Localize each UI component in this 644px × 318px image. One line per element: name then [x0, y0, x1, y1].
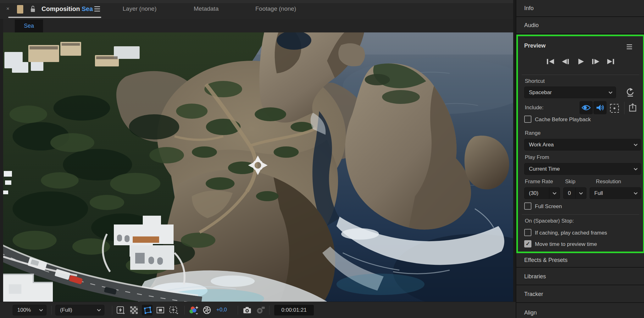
tab-composition-label: Composition [42, 5, 82, 12]
frame-rate-value: (30) [525, 190, 549, 196]
shortcut-label: Shortcut [525, 78, 545, 84]
resolution-dropdown[interactable]: (Full) [55, 305, 104, 315]
play-from-label: Play From [525, 154, 549, 161]
after-effects-window: × Composition Sea Layer (none) Metadata … [0, 0, 644, 318]
cache-before-playback-label: Cache Before Playback [535, 116, 591, 123]
chevron-down-icon [634, 144, 638, 146]
preview-panel-title: Preview [524, 43, 546, 49]
panel-header-label: Libraries [524, 273, 546, 280]
chevron-down-icon [552, 192, 557, 195]
resolution-value: (Full) [56, 307, 94, 313]
next-frame-button[interactable] [591, 58, 600, 65]
comp-color-swatch [17, 5, 23, 14]
panel-header-audio[interactable]: Audio [516, 17, 644, 34]
include-overlays-button[interactable] [609, 103, 620, 115]
skip-value: 0 [564, 190, 575, 196]
mask-visibility-icon[interactable] [142, 305, 153, 315]
chevron-down-icon [39, 309, 43, 311]
magnification-dropdown[interactable]: 100% [13, 305, 47, 315]
tab-footage[interactable]: Footage (none) [255, 5, 296, 12]
chevron-down-icon [608, 91, 613, 94]
frame-rate-label: Frame Rate [525, 179, 553, 185]
composition-tab-label: Sea [24, 23, 34, 29]
chevron-down-icon [579, 192, 583, 195]
show-snapshot-icon[interactable] [255, 306, 266, 315]
play-button[interactable] [576, 58, 585, 65]
preview-panel: Preview [516, 35, 644, 253]
include-label: Include: [525, 105, 544, 111]
fast-previews-icon[interactable] [115, 306, 126, 315]
composition-tab-sea[interactable]: Sea [15, 20, 43, 32]
preview-panel-menu-icon[interactable] [627, 44, 633, 49]
play-from-dropdown[interactable]: Current Time [524, 163, 641, 175]
move-time-checkbox[interactable] [524, 240, 531, 247]
on-stop-label: On (Spacebar) Stop: [525, 218, 574, 224]
timecode-value: 0:00:01:21 [281, 307, 307, 313]
panel-header-effects-presets[interactable]: Effects & Presets [516, 253, 644, 268]
footage-frame [3, 32, 513, 302]
preview-resolution-dropdown[interactable]: Full [590, 187, 641, 199]
composition-viewport[interactable] [3, 32, 513, 302]
include-video-button[interactable] [580, 101, 593, 114]
last-frame-button[interactable] [607, 58, 615, 65]
close-panel-icon[interactable]: × [6, 6, 9, 12]
export-frame-icon[interactable] [628, 103, 637, 114]
eye-icon [581, 105, 591, 111]
range-value: Work Area [525, 142, 630, 148]
range-dropdown[interactable]: Work Area [524, 139, 641, 150]
preview-resolution-value: Full [590, 190, 630, 196]
exposure-value[interactable]: +0,0 [216, 307, 227, 313]
panel-header-label: Effects & Presets [524, 257, 568, 264]
right-panel-stack: Info Audio Preview [516, 0, 644, 318]
grid-guides-icon[interactable] [168, 306, 179, 315]
range-label: Range [525, 130, 541, 136]
if-caching-label: If caching, play cached frames [535, 230, 607, 236]
chevron-down-icon [634, 192, 638, 195]
if-caching-checkbox[interactable] [524, 229, 531, 236]
chevron-down-icon [634, 168, 638, 170]
viewport-left-margin [0, 19, 3, 318]
transparency-grid-icon[interactable] [129, 306, 139, 315]
active-tab-underline [8, 17, 101, 18]
speaker-icon [596, 104, 604, 111]
panel-header-info[interactable]: Info [516, 0, 644, 17]
full-screen-label: Full Screen [535, 203, 562, 210]
tab-metadata[interactable]: Metadata [194, 5, 219, 12]
panel-header-label: Audio [524, 22, 539, 29]
current-time-display[interactable]: 0:00:01:21 [274, 305, 314, 315]
unlock-icon[interactable] [30, 5, 36, 13]
panel-header-libraries[interactable]: Libraries [516, 268, 644, 285]
chevron-down-icon [97, 309, 101, 311]
panel-menu-icon[interactable] [94, 6, 101, 12]
snapshot-camera-icon[interactable] [242, 306, 253, 315]
panel-header-align[interactable]: Align [516, 304, 644, 318]
magnification-value: 100% [13, 307, 36, 313]
skip-label: Skip [565, 179, 575, 185]
full-screen-checkbox[interactable] [524, 202, 531, 210]
skip-dropdown[interactable]: 0 [563, 187, 586, 199]
viewer-toolbar: 100% (Full) [0, 302, 516, 318]
tab-layer[interactable]: Layer (none) [123, 5, 157, 12]
first-frame-button[interactable] [546, 58, 555, 65]
tab-composition[interactable]: Composition Sea [42, 5, 93, 13]
overlays-icon [609, 103, 620, 114]
shortcut-dropdown[interactable]: Spacebar [524, 87, 616, 98]
transport-controls [518, 58, 643, 65]
move-time-label: Move time to preview time [535, 241, 597, 247]
previous-frame-button[interactable] [561, 58, 570, 65]
channel-color-icon[interactable] [188, 306, 199, 315]
reset-icon[interactable] [625, 87, 635, 97]
exposure-icon[interactable] [202, 306, 212, 315]
region-of-interest-icon[interactable] [155, 306, 166, 315]
resolution-label: Resolution [596, 179, 621, 185]
frame-rate-dropdown[interactable]: (30) [524, 187, 560, 199]
shortcut-value: Spacebar [525, 89, 605, 96]
panel-header-tracker[interactable]: Tracker [516, 286, 644, 303]
play-from-value: Current Time [525, 166, 630, 172]
include-audio-button[interactable] [593, 101, 607, 114]
panel-header-label: Info [524, 5, 534, 12]
viewer-tab-bar: × Composition Sea Layer (none) Metadata … [0, 0, 516, 19]
tab-composition-name: Sea [82, 5, 93, 12]
panel-header-label: Align [524, 309, 537, 316]
cache-before-playback-checkbox[interactable] [524, 116, 531, 123]
